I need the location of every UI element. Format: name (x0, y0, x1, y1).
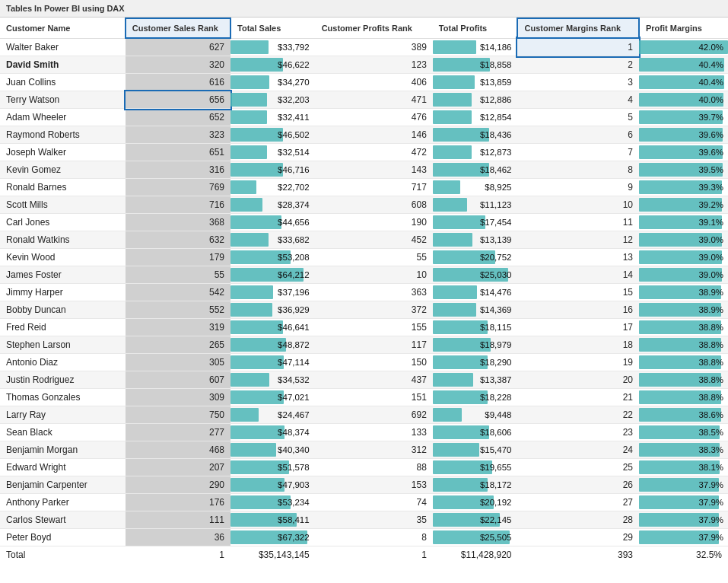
cell-total-sales: $40,340 (230, 441, 316, 459)
col-header-customer-name[interactable]: Customer Name (0, 18, 126, 38)
cell-profits-rank: 151 (316, 389, 433, 406)
cell-total-sales: $24,467 (230, 406, 316, 424)
cell-profit-margins: 38.8% (639, 354, 728, 371)
cell-total-sales: $37,196 (230, 284, 316, 301)
cell-total-profits: $11,123 (433, 196, 518, 214)
cell-margins-rank: 8 (517, 161, 639, 179)
cell-profit-margins: 40.4% (639, 56, 728, 74)
cell-profits-rank: 35 (316, 511, 433, 529)
cell-sales-rank: 176 (126, 494, 230, 511)
col-header-profit-margins[interactable]: Profit Margins (639, 18, 728, 38)
cell-sales-rank: 111 (126, 511, 230, 529)
cell-customer-name: Bobby Duncan (0, 301, 126, 319)
cell-total-profits: $13,139 (433, 231, 518, 249)
total-sales-rank: 1 (126, 546, 230, 564)
table-row: James Foster55$64,21210$25,0301439.0% (0, 266, 728, 284)
cell-total-profits: $20,192 (433, 494, 518, 511)
cell-total-profits: $18,462 (433, 161, 518, 179)
table-row: Joseph Walker651$32,514472$12,873739.6% (0, 144, 728, 161)
cell-sales-rank: 750 (126, 406, 230, 424)
cell-total-sales: $46,641 (230, 319, 316, 336)
cell-total-profits: $8,925 (433, 179, 518, 196)
cell-margins-rank: 9 (517, 179, 639, 196)
cell-margins-rank: 24 (517, 441, 639, 459)
cell-total-sales: $46,622 (230, 56, 316, 74)
col-header-total-profits[interactable]: Total Profits (433, 18, 518, 38)
cell-profits-rank: 190 (316, 214, 433, 231)
cell-sales-rank: 632 (126, 231, 230, 249)
cell-sales-rank: 716 (126, 196, 230, 214)
cell-total-sales: $47,114 (230, 354, 316, 371)
table-row: Sean Black277$48,374133$18,6062338.5% (0, 424, 728, 441)
cell-margins-rank: 18 (517, 336, 639, 354)
cell-profit-margins: 42.0% (639, 38, 728, 56)
total-profits-rank: 1 (316, 546, 433, 564)
cell-total-sales: $34,270 (230, 74, 316, 91)
cell-margins-rank: 21 (517, 389, 639, 406)
cell-profits-rank: 476 (316, 109, 433, 126)
cell-total-profits: $19,655 (433, 459, 518, 476)
cell-profit-margins: 38.8% (639, 371, 728, 389)
col-header-margins-rank[interactable]: Customer Margins Rank (517, 18, 639, 38)
table-row: Antonio Diaz305$47,114150$18,2901938.8% (0, 354, 728, 371)
cell-sales-rank: 319 (126, 319, 230, 336)
cell-margins-rank: 28 (517, 511, 639, 529)
cell-customer-name: Juan Collins (0, 74, 126, 91)
cell-total-sales: $58,411 (230, 511, 316, 529)
table-row: Justin Rodriguez607$34,532437$13,3872038… (0, 371, 728, 389)
table-container: Tables In Power BI using DAX Customer Na… (0, 0, 728, 563)
cell-profits-rank: 55 (316, 249, 433, 266)
cell-total-profits: $25,030 (433, 266, 518, 284)
cell-sales-rank: 36 (126, 529, 230, 546)
cell-total-profits: $17,454 (433, 214, 518, 231)
table-row: Bobby Duncan552$36,929372$14,3691638.9% (0, 301, 728, 319)
cell-total-sales: $44,656 (230, 214, 316, 231)
header-row: Customer Name Customer Sales Rank Total … (0, 18, 728, 38)
cell-customer-name: Kevin Wood (0, 249, 126, 266)
cell-profits-rank: 150 (316, 354, 433, 371)
cell-total-profits: $22,145 (433, 511, 518, 529)
cell-total-sales: $46,502 (230, 126, 316, 144)
cell-total-sales: $28,374 (230, 196, 316, 214)
cell-total-profits: $14,476 (433, 284, 518, 301)
cell-profits-rank: 74 (316, 494, 433, 511)
table-body: Walter Baker627$33,792389$14,186142.0%Da… (0, 38, 728, 546)
cell-profit-margins: 39.3% (639, 179, 728, 196)
cell-total-sales: $67,322 (230, 529, 316, 546)
cell-total-profits: $14,186 (433, 38, 518, 56)
cell-profits-rank: 692 (316, 406, 433, 424)
cell-sales-rank: 55 (126, 266, 230, 284)
cell-customer-name: Antonio Diaz (0, 354, 126, 371)
cell-customer-name: Larry Ray (0, 406, 126, 424)
table-row: Thomas Gonzales309$47,021151$18,2282138.… (0, 389, 728, 406)
cell-customer-name: James Foster (0, 266, 126, 284)
cell-margins-rank: 12 (517, 231, 639, 249)
cell-total-sales: $33,682 (230, 231, 316, 249)
cell-profit-margins: 39.6% (639, 126, 728, 144)
col-header-total-sales[interactable]: Total Sales (230, 18, 316, 38)
cell-customer-name: Jimmy Harper (0, 284, 126, 301)
cell-total-profits: $18,979 (433, 336, 518, 354)
total-profit-margins: 32.5% (639, 546, 728, 564)
cell-profits-rank: 312 (316, 441, 433, 459)
cell-total-profits: $12,886 (433, 91, 518, 109)
col-header-profits-rank[interactable]: Customer Profits Rank (316, 18, 433, 38)
cell-profits-rank: 117 (316, 336, 433, 354)
cell-total-profits: $18,606 (433, 424, 518, 441)
table-row: Peter Boyd36$67,3228$25,5052937.9% (0, 529, 728, 546)
cell-profits-rank: 10 (316, 266, 433, 284)
cell-sales-rank: 323 (126, 126, 230, 144)
cell-profits-rank: 437 (316, 371, 433, 389)
cell-total-profits: $12,854 (433, 109, 518, 126)
cell-margins-rank: 3 (517, 74, 639, 91)
cell-customer-name: Walter Baker (0, 38, 126, 56)
data-table: Customer Name Customer Sales Rank Total … (0, 18, 728, 563)
cell-sales-rank: 265 (126, 336, 230, 354)
cell-profit-margins: 38.1% (639, 459, 728, 476)
col-header-sales-rank[interactable]: Customer Sales Rank (126, 18, 230, 38)
cell-total-sales: $33,792 (230, 38, 316, 56)
table-row: Benjamin Carpenter290$47,903153$18,17226… (0, 476, 728, 494)
cell-margins-rank: 13 (517, 249, 639, 266)
cell-margins-rank: 10 (517, 196, 639, 214)
table-row: Adam Wheeler652$32,411476$12,854539.7% (0, 109, 728, 126)
